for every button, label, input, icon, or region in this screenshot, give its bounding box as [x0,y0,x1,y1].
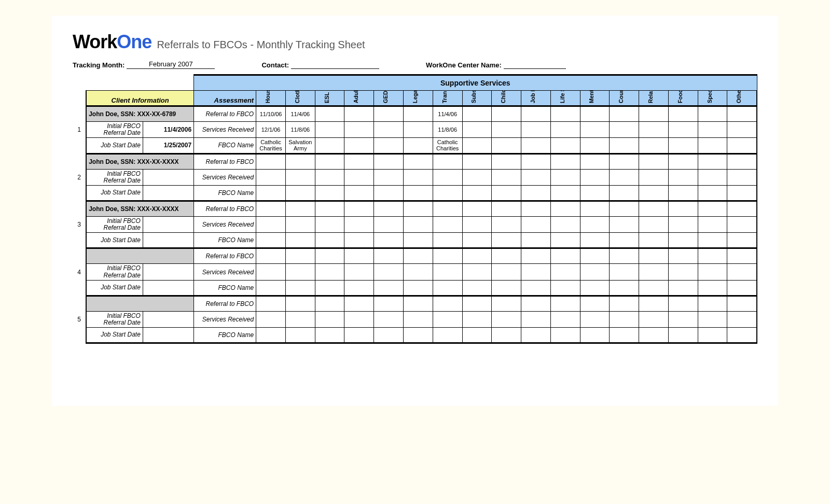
data-cell[interactable] [256,233,286,248]
data-cell[interactable] [639,185,669,201]
data-cell[interactable] [727,233,757,248]
data-cell[interactable]: Catholic Charities [433,138,462,153]
data-cell[interactable] [315,233,344,248]
data-cell[interactable] [374,280,404,296]
data-cell[interactable] [521,280,551,296]
data-cell[interactable] [433,185,462,201]
data-cell[interactable] [668,248,698,264]
data-cell[interactable] [374,264,404,280]
data-cell[interactable] [374,153,404,169]
data-cell[interactable] [462,153,492,169]
data-cell[interactable] [315,216,344,232]
data-cell[interactable] [404,216,433,232]
data-cell[interactable] [462,122,492,138]
data-cell[interactable] [550,280,580,296]
data-cell[interactable] [550,169,580,185]
data-cell[interactable] [492,216,521,232]
data-cell[interactable] [462,138,492,153]
data-cell[interactable] [492,153,521,169]
data-cell[interactable] [285,233,315,248]
data-cell[interactable] [698,216,727,232]
data-cell[interactable] [256,264,286,280]
data-cell[interactable] [727,328,757,343]
data-cell[interactable] [256,201,286,216]
data-cell[interactable] [433,311,462,327]
data-cell[interactable] [462,216,492,232]
data-cell[interactable] [668,153,698,169]
data-cell[interactable] [285,328,315,343]
data-cell[interactable] [727,264,757,280]
data-cell[interactable] [668,328,698,343]
data-cell[interactable] [433,296,462,311]
initial-referral-value[interactable] [143,169,193,185]
data-cell[interactable] [433,169,462,185]
data-cell[interactable] [315,153,344,169]
data-cell[interactable] [580,153,610,169]
data-cell[interactable] [404,201,433,216]
data-cell[interactable] [698,264,727,280]
data-cell[interactable] [344,138,374,153]
data-cell[interactable] [285,169,315,185]
data-cell[interactable] [639,153,669,169]
data-cell[interactable] [285,153,315,169]
data-cell[interactable] [521,296,551,311]
data-cell[interactable] [580,106,610,122]
data-cell[interactable] [315,248,344,264]
data-cell[interactable]: 11/8/06 [433,122,462,138]
data-cell[interactable] [521,122,551,138]
data-cell[interactable] [492,106,521,122]
data-cell[interactable] [462,280,492,296]
data-cell[interactable] [315,169,344,185]
job-start-value[interactable]: 1/25/2007 [143,138,193,153]
data-cell[interactable] [550,216,580,232]
job-start-value[interactable] [143,280,193,296]
data-cell[interactable] [610,201,639,216]
contact-value[interactable] [291,68,379,69]
data-cell[interactable] [668,106,698,122]
data-cell[interactable] [492,233,521,248]
data-cell[interactable] [433,280,462,296]
data-cell[interactable] [285,185,315,201]
client-name-cell[interactable]: John Doe, SSN: XXX-XX-XXXX [86,153,193,169]
data-cell[interactable] [610,280,639,296]
data-cell[interactable] [550,328,580,343]
data-cell[interactable] [668,296,698,311]
center-value[interactable] [504,68,566,69]
data-cell[interactable] [492,201,521,216]
data-cell[interactable] [344,169,374,185]
data-cell[interactable]: Salvation Army [285,138,315,153]
data-cell[interactable] [285,248,315,264]
data-cell[interactable] [492,248,521,264]
data-cell[interactable] [550,264,580,280]
data-cell[interactable] [580,311,610,327]
data-cell[interactable] [727,296,757,311]
initial-referral-value[interactable] [143,264,193,280]
data-cell[interactable] [374,216,404,232]
data-cell[interactable] [344,122,374,138]
data-cell[interactable] [639,216,669,232]
data-cell[interactable] [580,201,610,216]
data-cell[interactable] [610,264,639,280]
data-cell[interactable] [433,328,462,343]
data-cell[interactable] [374,201,404,216]
data-cell[interactable] [404,169,433,185]
data-cell[interactable] [492,264,521,280]
data-cell[interactable] [698,106,727,122]
data-cell[interactable] [550,153,580,169]
data-cell[interactable] [404,138,433,153]
data-cell[interactable] [580,264,610,280]
data-cell[interactable] [639,233,669,248]
data-cell[interactable] [668,122,698,138]
data-cell[interactable] [404,233,433,248]
data-cell[interactable] [698,201,727,216]
data-cell[interactable] [521,264,551,280]
data-cell[interactable] [492,280,521,296]
data-cell[interactable] [285,201,315,216]
job-start-value[interactable] [143,185,193,201]
data-cell[interactable] [580,233,610,248]
data-cell[interactable] [462,248,492,264]
data-cell[interactable] [344,153,374,169]
data-cell[interactable] [639,296,669,311]
data-cell[interactable] [639,264,669,280]
data-cell[interactable] [639,311,669,327]
